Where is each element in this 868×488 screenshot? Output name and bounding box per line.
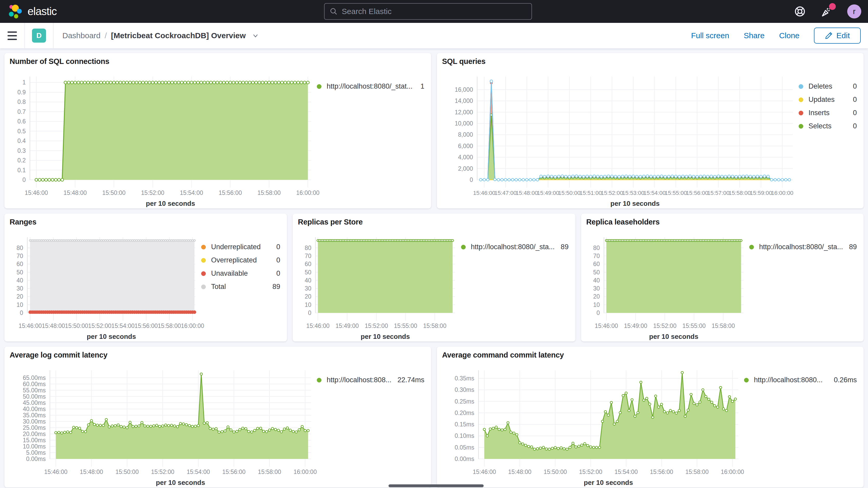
- legend-item[interactable]: Underreplicated0: [201, 243, 280, 251]
- legend-label: Updates: [808, 96, 848, 104]
- svg-text:50: 50: [305, 269, 312, 276]
- svg-text:15:53:00: 15:53:00: [622, 190, 645, 196]
- breadcrumb-separator: /: [105, 31, 107, 40]
- svg-text:15:48:00: 15:48:00: [508, 468, 531, 475]
- legend-item[interactable]: Total89: [201, 283, 280, 291]
- svg-text:0: 0: [20, 309, 23, 316]
- legend-item[interactable]: Deletes0: [799, 82, 857, 90]
- svg-text:15:54:00: 15:54:00: [187, 468, 210, 475]
- global-search-input[interactable]: Search Elastic: [324, 3, 532, 20]
- svg-text:15:54:00: 15:54:00: [180, 189, 203, 196]
- svg-text:15:58:00: 15:58:00: [728, 190, 751, 196]
- legend-item[interactable]: Selects0: [799, 122, 857, 130]
- svg-text:80: 80: [17, 245, 23, 251]
- legend-item[interactable]: Overreplicated0: [201, 256, 280, 264]
- svg-text:0.25ms: 0.25ms: [455, 398, 474, 405]
- help-icon[interactable]: [793, 5, 807, 18]
- svg-text:10: 10: [305, 301, 312, 308]
- share-button[interactable]: Share: [744, 31, 765, 40]
- elastic-wordmark: elastic: [28, 5, 57, 18]
- avatar-initial: r: [853, 7, 856, 16]
- panel-sql-queries: SQL queries 02,0004,0006,0008,00010,0001…: [437, 53, 864, 208]
- avg-log-commit-latency-chart[interactable]: 0.00ms5.00ms10.00ms15.00ms20.00ms25.00ms…: [10, 359, 317, 485]
- dashboard-grid: Number of SQL connections 00.10.20.30.40…: [0, 48, 868, 487]
- svg-text:0.00ms: 0.00ms: [26, 456, 46, 462]
- svg-text:15:56:00: 15:56:00: [222, 468, 246, 475]
- legend-color-dot: [201, 258, 206, 263]
- svg-text:70: 70: [305, 252, 312, 259]
- legend-item[interactable]: http://localhost:8080/_stat...1: [317, 82, 424, 90]
- panel-title: Number of SQL connections: [10, 57, 426, 66]
- svg-text:20: 20: [593, 293, 600, 300]
- space-switcher[interactable]: D: [25, 23, 54, 48]
- svg-text:15:54:00: 15:54:00: [644, 190, 666, 196]
- navigation-bar: D Dashboard / [Metricbeat CockroachDB] O…: [0, 23, 868, 48]
- svg-text:65.00ms: 65.00ms: [23, 374, 46, 381]
- svg-text:80: 80: [305, 245, 312, 251]
- chevron-down-icon[interactable]: [252, 32, 259, 39]
- svg-text:15:59:00: 15:59:00: [750, 190, 772, 196]
- svg-text:0.9: 0.9: [18, 89, 26, 96]
- legend-color-dot: [799, 97, 803, 102]
- svg-text:25.00ms: 25.00ms: [23, 424, 46, 431]
- legend-label: http://localhost:808...: [327, 376, 392, 384]
- whats-new-icon[interactable]: [820, 5, 834, 18]
- legend-item[interactable]: http://localhost:8080...0.26ms: [744, 376, 857, 384]
- svg-text:16:00:00: 16:00:00: [181, 323, 204, 329]
- svg-text:10.00ms: 10.00ms: [23, 443, 46, 450]
- legend-value: 0: [853, 109, 857, 117]
- legend-value: 0.26ms: [834, 376, 857, 384]
- svg-text:per 10 seconds: per 10 seconds: [584, 479, 633, 486]
- replicas-per-store-chart[interactable]: 0102030405060708015:46:0015:49:0015:52:0…: [298, 226, 461, 339]
- full-screen-button[interactable]: Full screen: [691, 31, 729, 40]
- svg-text:20: 20: [17, 293, 23, 300]
- svg-text:40: 40: [17, 277, 23, 284]
- svg-text:15:52:00: 15:52:00: [88, 323, 112, 329]
- replica-leaseholders-chart[interactable]: 0102030405060708015:46:0015:49:0015:52:0…: [586, 226, 749, 339]
- clone-button[interactable]: Clone: [779, 31, 799, 40]
- menu-icon[interactable]: [0, 23, 25, 48]
- svg-text:16:00:00: 16:00:00: [296, 189, 320, 196]
- svg-text:50: 50: [593, 269, 600, 276]
- svg-text:15:50:00: 15:50:00: [65, 323, 88, 329]
- breadcrumb-dashboard-link[interactable]: Dashboard: [62, 31, 100, 40]
- legend-item[interactable]: http://localhost:808...22.74ms: [317, 376, 424, 384]
- panel-avg-log-commit-latency: Average log commit latency 0.00ms5.00ms1…: [4, 347, 431, 487]
- user-avatar[interactable]: r: [847, 4, 861, 19]
- svg-text:15:58:00: 15:58:00: [257, 189, 281, 196]
- svg-text:30: 30: [17, 285, 23, 292]
- chart-legend: Underreplicated0Overreplicated0Unavailab…: [201, 226, 282, 339]
- legend-color-dot: [201, 271, 206, 276]
- legend-item[interactable]: http://localhost:8080/_sta...89: [749, 243, 857, 251]
- svg-text:80: 80: [593, 245, 600, 251]
- legend-value: 0: [276, 270, 280, 277]
- panel-sql-connections: Number of SQL connections 00.10.20.30.40…: [4, 53, 431, 208]
- legend-item[interactable]: Updates0: [799, 96, 857, 104]
- search-icon: [330, 7, 338, 15]
- ranges-chart[interactable]: 0102030405060708015:46:0015:48:0015:50:0…: [10, 226, 201, 339]
- legend-item[interactable]: Inserts0: [799, 109, 857, 117]
- svg-text:15:56:00: 15:56:00: [219, 189, 242, 196]
- legend-label: Unavailable: [211, 270, 271, 277]
- svg-text:6,000: 6,000: [458, 143, 473, 149]
- legend-value: 89: [272, 283, 280, 291]
- svg-text:30: 30: [305, 285, 312, 292]
- sql-connections-chart[interactable]: 00.10.20.30.40.50.60.70.80.9115:46:0015:…: [10, 66, 317, 206]
- chart-legend: http://localhost:8080/_stat...1: [317, 66, 426, 206]
- sql-queries-chart[interactable]: 02,0004,0006,0008,00010,00012,00014,0001…: [442, 66, 799, 206]
- legend-item[interactable]: Unavailable0: [201, 270, 280, 277]
- svg-text:15:50:00: 15:50:00: [544, 468, 567, 475]
- svg-text:0: 0: [308, 309, 312, 316]
- edit-button[interactable]: Edit: [814, 28, 861, 44]
- edit-button-label: Edit: [836, 31, 850, 40]
- legend-item[interactable]: http://localhost:8080/_sta...89: [461, 243, 569, 251]
- breadcrumb: Dashboard / [Metricbeat CockroachDB] Ove…: [54, 31, 259, 40]
- svg-text:15:50:00: 15:50:00: [115, 468, 139, 475]
- svg-text:16:00:00: 16:00:00: [293, 468, 317, 475]
- avg-command-commit-latency-chart[interactable]: 0.00ms0.05ms0.10ms0.15ms0.20ms0.25ms0.30…: [442, 359, 744, 485]
- panel-ranges: Ranges 0102030405060708015:46:0015:48:00…: [4, 214, 287, 341]
- space-badge[interactable]: D: [32, 29, 46, 42]
- horizontal-scrollbar[interactable]: [389, 484, 484, 487]
- svg-text:70: 70: [17, 252, 23, 259]
- elastic-logo[interactable]: elastic: [0, 4, 57, 19]
